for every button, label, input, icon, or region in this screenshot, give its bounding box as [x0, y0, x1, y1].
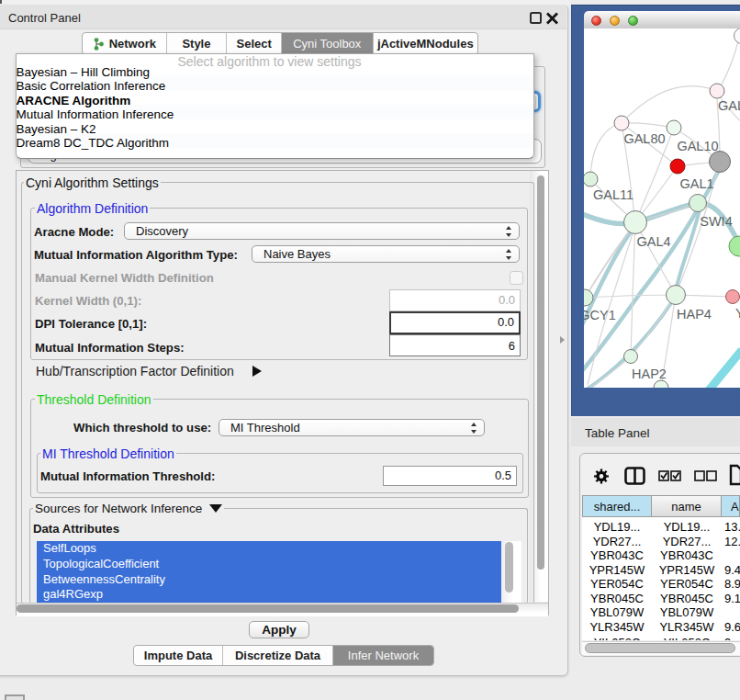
svg-text:SWI4: SWI4	[700, 214, 732, 229]
svg-text:GAL11: GAL11	[593, 187, 633, 202]
svg-text:GAL4: GAL4	[636, 234, 670, 249]
svg-text:Y: Y	[735, 306, 740, 321]
svg-text:HAP4: HAP4	[677, 307, 712, 322]
svg-text:GAL10: GAL10	[677, 139, 718, 153]
svg-text:GAL1: GAL1	[679, 176, 713, 191]
svg-text:GCY1: GCY1	[584, 308, 616, 322]
svg-text:GAL80: GAL80	[623, 131, 665, 146]
svg-text:HAP2: HAP2	[632, 367, 667, 381]
svg-text:GAL7: GAL7	[718, 98, 740, 113]
